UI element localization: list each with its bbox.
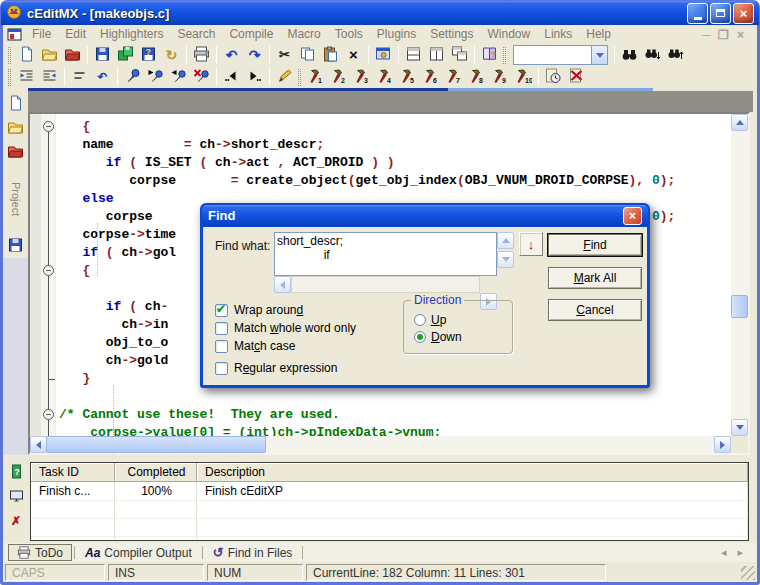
unindent-button[interactable] bbox=[38, 67, 61, 87]
wrap-around-checkbox[interactable]: ✔Wrap around bbox=[215, 303, 303, 317]
minimize-button[interactable] bbox=[687, 3, 708, 24]
bookmark-clear-button[interactable] bbox=[190, 67, 213, 87]
tool-6-button[interactable]: 6 bbox=[420, 67, 443, 87]
previous-position-button[interactable] bbox=[220, 67, 243, 87]
tool-7-button[interactable]: 7 bbox=[443, 67, 466, 87]
resize-grip[interactable] bbox=[741, 566, 755, 580]
new-file-button[interactable] bbox=[15, 45, 38, 65]
menu-search[interactable]: Search bbox=[170, 25, 222, 44]
direction-up-radio[interactable]: Up bbox=[414, 313, 446, 327]
insert-separator-button[interactable] bbox=[68, 67, 91, 87]
tool-5-button[interactable]: 5 bbox=[397, 67, 420, 87]
toolbar-grip[interactable] bbox=[8, 47, 11, 64]
menu-highlighters[interactable]: Highlighters bbox=[93, 25, 170, 44]
tool-10-button[interactable]: 10 bbox=[512, 67, 535, 87]
tool-2-button[interactable]: 2 bbox=[328, 67, 351, 87]
toolbar-grip[interactable] bbox=[8, 69, 11, 86]
tool-3-button[interactable]: 3 bbox=[351, 67, 374, 87]
fold-marker[interactable] bbox=[43, 409, 54, 420]
bookmark-next-button[interactable] bbox=[144, 67, 167, 87]
code-line[interactable]: if ( IS_SET ( ch->act , ACT_DROID ) ) bbox=[59, 154, 731, 172]
mdi-close-button[interactable]: × bbox=[732, 28, 749, 42]
toolbar-grip[interactable] bbox=[503, 47, 506, 64]
reload-file-button[interactable]: ↻ bbox=[160, 45, 183, 65]
undo-small-button[interactable]: ↶ bbox=[91, 67, 114, 87]
delete-task-button[interactable]: ✗ bbox=[5, 510, 27, 532]
direction-down-radio[interactable]: Down bbox=[414, 330, 462, 344]
code-line[interactable]: { bbox=[59, 118, 731, 136]
toolbar-grip[interactable] bbox=[298, 69, 301, 86]
macro-timer-button[interactable] bbox=[542, 67, 565, 87]
column-header-task-id[interactable]: Task ID bbox=[31, 463, 115, 482]
bookmark-previous-button[interactable] bbox=[167, 67, 190, 87]
find-dialog-close-button[interactable]: × bbox=[623, 207, 642, 225]
code-line[interactable]: corpse->value[0] = (int)ch->pIndexData->… bbox=[59, 424, 731, 436]
menu-settings[interactable]: Settings bbox=[423, 25, 480, 44]
search-combobox-input[interactable] bbox=[513, 45, 591, 65]
menu-file[interactable]: File bbox=[25, 25, 58, 44]
paste-button[interactable] bbox=[319, 45, 342, 65]
find-text-scroll-down[interactable] bbox=[497, 251, 514, 268]
task-view-button[interactable] bbox=[5, 486, 27, 508]
tab-find-in-files[interactable]: ↺Find in Files bbox=[205, 544, 301, 561]
project-tab-label[interactable]: Project bbox=[10, 168, 22, 230]
sidebar-new-file-button[interactable] bbox=[4, 92, 27, 116]
tool-9-button[interactable]: 9 bbox=[489, 67, 512, 87]
regular-expression-checkbox[interactable]: Regular expression bbox=[215, 361, 337, 375]
vertical-scroll-thumb[interactable] bbox=[731, 295, 748, 318]
column-header-completed[interactable]: Completed bbox=[115, 463, 197, 482]
menu-macro[interactable]: Macro bbox=[280, 25, 327, 44]
table-row[interactable] bbox=[31, 500, 748, 518]
menu-edit[interactable]: Edit bbox=[58, 25, 93, 44]
scroll-left-button[interactable] bbox=[30, 436, 47, 453]
fold-marker[interactable] bbox=[43, 265, 54, 276]
close-button[interactable]: × bbox=[733, 3, 754, 24]
environment-options-button[interactable] bbox=[372, 45, 395, 65]
open-file-button[interactable] bbox=[38, 45, 61, 65]
tab-compiler-output[interactable]: AaCompiler Output bbox=[77, 544, 200, 561]
table-row[interactable] bbox=[31, 518, 748, 536]
cancel-button[interactable]: Cancel bbox=[548, 299, 642, 321]
save-all-button[interactable] bbox=[114, 45, 137, 65]
match-case-checkbox[interactable]: Match case bbox=[215, 339, 295, 353]
mdi-minimize-button[interactable]: ─ bbox=[698, 28, 715, 42]
menu-tools[interactable]: Tools bbox=[328, 25, 370, 44]
code-line[interactable]: /* Cannot use these! They are used. bbox=[59, 406, 731, 424]
find-action-button[interactable]: Find bbox=[548, 234, 642, 256]
find-text-scroll-left[interactable] bbox=[274, 276, 291, 293]
help-button[interactable]: ? bbox=[478, 45, 501, 65]
scroll-down-button[interactable] bbox=[731, 419, 748, 436]
cut-button[interactable]: ✂ bbox=[273, 45, 296, 65]
split-horizontal-button[interactable] bbox=[402, 45, 425, 65]
find-what-input[interactable]: short_descr; if bbox=[274, 232, 497, 276]
next-position-button[interactable] bbox=[243, 67, 266, 87]
table-row[interactable]: Finish c...100%Finish cEditXP bbox=[31, 482, 748, 500]
cascade-windows-button[interactable] bbox=[448, 45, 471, 65]
print-button[interactable] bbox=[190, 45, 213, 65]
indent-button[interactable] bbox=[15, 67, 38, 87]
horizontal-scroll-thumb[interactable] bbox=[46, 436, 266, 453]
code-line[interactable]: corpse = create_object(get_obj_index(OBJ… bbox=[59, 172, 731, 190]
code-line[interactable] bbox=[59, 388, 731, 406]
find-previous-button[interactable] bbox=[664, 45, 687, 65]
sidebar-open-file-button[interactable] bbox=[4, 116, 27, 140]
horizontal-scrollbar[interactable] bbox=[30, 436, 731, 453]
restore-button[interactable] bbox=[710, 3, 731, 24]
menu-compile[interactable]: Compile bbox=[222, 25, 280, 44]
mdi-restore-button[interactable]: ❐ bbox=[715, 28, 732, 42]
record-macro-button[interactable] bbox=[273, 67, 296, 87]
macro-delete-button[interactable] bbox=[565, 67, 588, 87]
mark-all-button[interactable]: Mark All bbox=[548, 267, 642, 289]
chevron-down-icon[interactable] bbox=[591, 45, 608, 65]
bookmark-button[interactable] bbox=[121, 67, 144, 87]
special-character-button[interactable]: ↓ bbox=[519, 232, 543, 256]
scroll-right-button[interactable] bbox=[714, 436, 731, 453]
fold-marker[interactable] bbox=[43, 121, 54, 132]
find-text-scroll-up[interactable] bbox=[497, 232, 514, 249]
redo-button[interactable]: ↷ bbox=[243, 45, 266, 65]
find-next-button[interactable] bbox=[641, 45, 664, 65]
delete-button[interactable]: × bbox=[342, 45, 365, 65]
column-header-description[interactable]: Description bbox=[197, 463, 748, 482]
find-dialog-title-bar[interactable]: Find × bbox=[202, 205, 648, 226]
find-button[interactable] bbox=[618, 45, 641, 65]
